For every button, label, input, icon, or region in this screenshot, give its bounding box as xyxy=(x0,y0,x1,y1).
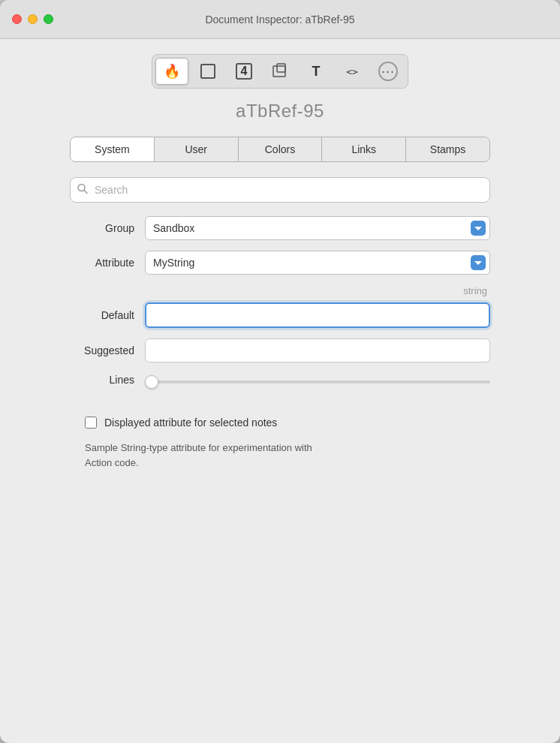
window-icon xyxy=(272,63,288,80)
main-window: Document Inspector: aTbRef-95 🔥 4 T xyxy=(0,0,560,743)
svg-rect-1 xyxy=(273,66,285,77)
tab-stamps[interactable]: Stamps xyxy=(406,137,489,161)
more-icon: ··· xyxy=(378,62,398,81)
four-icon: 4 xyxy=(236,63,252,80)
default-row: Default xyxy=(70,302,490,328)
type-hint: string xyxy=(463,285,490,296)
attribute-row: Attribute MyString Title Text Color xyxy=(70,251,490,275)
group-control: Sandbox Default Custom xyxy=(145,216,490,240)
traffic-lights xyxy=(12,14,53,24)
suggested-label: Suggested xyxy=(70,344,145,356)
tab-system[interactable]: System xyxy=(71,137,155,161)
maximize-button[interactable] xyxy=(44,14,53,24)
lines-label: Lines xyxy=(70,374,145,386)
lines-slider-container xyxy=(145,373,490,387)
toolbar-more-button[interactable]: ··· xyxy=(372,58,405,85)
close-button[interactable] xyxy=(12,14,22,24)
title-bar: Document Inspector: aTbRef-95 xyxy=(0,0,560,39)
group-row: Group Sandbox Default Custom xyxy=(70,216,490,240)
suggested-control xyxy=(145,338,490,362)
description-text: Sample String-type attribute for experim… xyxy=(85,441,445,470)
rectangle-icon xyxy=(200,63,216,80)
default-control xyxy=(145,302,490,328)
attribute-select[interactable]: MyString Title Text Color xyxy=(145,251,490,275)
attribute-label: Attribute xyxy=(70,257,145,269)
tab-colors[interactable]: Colors xyxy=(239,137,323,161)
toolbar-rect-button[interactable] xyxy=(191,58,224,85)
tab-bar: System User Colors Links Stamps xyxy=(70,137,490,162)
tab-user[interactable]: User xyxy=(155,137,239,161)
lines-slider[interactable] xyxy=(145,381,490,384)
group-label: Group xyxy=(70,222,145,234)
content-area: 🔥 4 T <> ··· xyxy=(0,39,560,743)
search-input[interactable] xyxy=(70,177,490,203)
displayed-attribute-checkbox[interactable] xyxy=(85,417,97,429)
toolbar-flame-button[interactable]: 🔥 xyxy=(155,58,188,85)
minimize-button[interactable] xyxy=(28,14,38,24)
suggested-row: Suggested xyxy=(70,338,490,362)
text-icon: T xyxy=(312,64,321,80)
toolbar-four-button[interactable]: 4 xyxy=(227,58,260,85)
attribute-control: MyString Title Text Color xyxy=(145,251,490,275)
toolbar-window-button[interactable] xyxy=(263,58,297,85)
attribute-select-wrapper: MyString Title Text Color xyxy=(145,251,490,275)
search-container xyxy=(70,177,490,203)
code-icon: <> xyxy=(346,66,358,77)
group-select[interactable]: Sandbox Default Custom xyxy=(145,216,490,240)
svg-point-3 xyxy=(78,185,85,191)
type-hint-row: string xyxy=(70,285,490,296)
default-label: Default xyxy=(70,309,145,321)
lines-row: Lines xyxy=(70,373,490,387)
tab-links[interactable]: Links xyxy=(322,137,406,161)
toolbar-code-button[interactable]: <> xyxy=(336,58,369,85)
svg-rect-2 xyxy=(277,64,285,72)
suggested-input[interactable] xyxy=(145,338,490,362)
group-select-wrapper: Sandbox Default Custom xyxy=(145,216,490,240)
form-area: Group Sandbox Default Custom Attribute xyxy=(70,177,490,470)
search-icon xyxy=(77,184,88,197)
toolbar-text-button[interactable]: T xyxy=(300,58,333,85)
document-name: aTbRef-95 xyxy=(236,101,324,122)
window-title: Document Inspector: aTbRef-95 xyxy=(205,14,354,26)
svg-rect-0 xyxy=(201,65,215,78)
svg-line-4 xyxy=(84,191,87,194)
checkbox-row: Displayed attribute for selected notes xyxy=(85,417,490,429)
displayed-attribute-label: Displayed attribute for selected notes xyxy=(104,417,277,429)
toolbar: 🔥 4 T <> ··· xyxy=(152,54,408,89)
default-input[interactable] xyxy=(145,302,490,328)
